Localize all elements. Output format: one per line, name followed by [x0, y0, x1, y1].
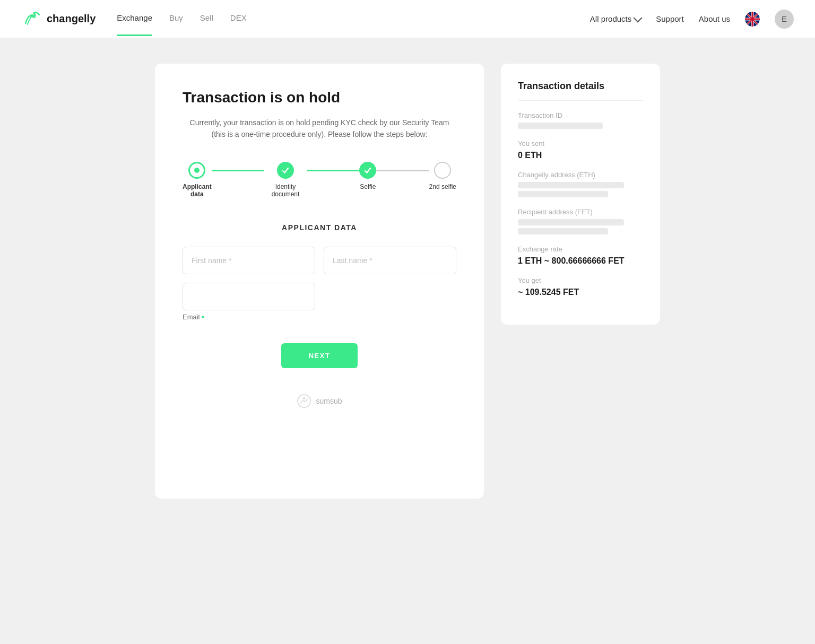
logo-label: changelly — [47, 13, 96, 25]
step-identity-document: Identity document — [264, 162, 307, 198]
svg-point-1 — [30, 14, 33, 18]
recipient-address-group: Recipient address (FET) — [518, 208, 643, 234]
progress-steps: Applicantdata Identity document — [183, 162, 456, 198]
name-row — [183, 247, 456, 274]
about-link[interactable]: About us — [699, 14, 730, 23]
nav-dex[interactable]: DEX — [230, 13, 247, 24]
recipient-address-line-2 — [518, 228, 608, 234]
recipient-address-line-1 — [518, 219, 624, 225]
step-2-label: Identity document — [264, 183, 307, 198]
details-title: Transaction details — [518, 81, 643, 101]
step-3-label: Selfie — [360, 183, 376, 190]
step-line-3 — [376, 170, 429, 171]
card-description: Currently, your transaction is on hold p… — [183, 117, 456, 141]
last-name-input[interactable] — [324, 247, 456, 274]
exchange-rate-label: Exchange rate — [518, 245, 643, 253]
chevron-down-icon — [634, 13, 643, 22]
nav-sell[interactable]: Sell — [200, 13, 213, 24]
sumsub-logo-icon — [297, 394, 311, 408]
svg-line-15 — [367, 168, 371, 173]
sumsub-branding: sumsub — [183, 394, 456, 408]
main-nav: Exchange Buy Sell DEX — [117, 13, 590, 24]
nav-exchange[interactable]: Exchange — [117, 13, 152, 24]
logo[interactable]: changelly — [21, 8, 96, 30]
step-3-circle — [359, 162, 376, 179]
transaction-card: Transaction is on hold Currently, your t… — [155, 64, 484, 499]
you-sent-group: You sent 0 ETH — [518, 140, 643, 160]
changelly-address-label: Changelly address (ETH) — [518, 171, 643, 179]
check-icon — [282, 167, 289, 174]
header: changelly Exchange Buy Sell DEX All prod… — [0, 0, 815, 38]
you-get-label: You get — [518, 276, 643, 284]
required-indicator: • — [202, 312, 205, 322]
step-line-2 — [307, 170, 359, 171]
all-products-label: All products — [590, 14, 631, 23]
all-products-dropdown[interactable]: All products — [590, 14, 641, 23]
check-icon-2 — [364, 167, 371, 174]
svg-point-11 — [745, 12, 760, 27]
header-right: All products Support About us E — [590, 10, 794, 29]
step-2-circle — [277, 162, 294, 179]
sumsub-label: sumsub — [316, 397, 342, 405]
you-get-group: You get ~ 109.5245 FET — [518, 276, 643, 297]
you-get-value: ~ 109.5245 FET — [518, 288, 643, 297]
email-label: Email • — [183, 312, 456, 322]
step-selfie: Selfie — [359, 162, 376, 190]
email-wrapper — [183, 283, 456, 310]
transaction-id-value-blurred — [518, 123, 603, 129]
step-line-1 — [212, 170, 264, 171]
support-link[interactable]: Support — [656, 14, 684, 23]
changelly-address-line-2 — [518, 191, 608, 197]
svg-point-0 — [21, 8, 42, 30]
changelly-address-group: Changelly address (ETH) — [518, 171, 643, 197]
form-section-title: APPLICANT DATA — [183, 223, 456, 232]
details-card: Transaction details Transaction ID You s… — [501, 64, 660, 325]
first-name-input[interactable] — [183, 247, 315, 274]
email-input[interactable] — [183, 283, 315, 310]
main-content: Transaction is on hold Currently, your t… — [0, 38, 815, 524]
exchange-rate-value: 1 ETH ~ 800.66666666 FET — [518, 256, 643, 266]
logo-icon — [21, 8, 42, 30]
page-title: Transaction is on hold — [183, 89, 456, 106]
svg-point-17 — [303, 397, 305, 399]
transaction-id-group: Transaction ID — [518, 111, 643, 129]
transaction-id-label: Transaction ID — [518, 111, 643, 119]
step-4-circle — [434, 162, 451, 179]
svg-line-13 — [284, 168, 288, 173]
step-applicant-data: Applicantdata — [183, 162, 212, 198]
step-1-label: Applicantdata — [183, 183, 212, 198]
step-1-dot — [194, 168, 200, 173]
step-1-circle — [188, 162, 205, 179]
step-4-label: 2nd selfie — [429, 183, 456, 190]
changelly-address-line-1 — [518, 182, 624, 188]
next-button[interactable]: NEXT — [281, 343, 358, 368]
language-flag-icon[interactable] — [745, 12, 760, 27]
you-sent-label: You sent — [518, 140, 643, 147]
step-2nd-selfie: 2nd selfie — [429, 162, 456, 190]
exchange-rate-group: Exchange rate 1 ETH ~ 800.66666666 FET — [518, 245, 643, 266]
recipient-address-label: Recipient address (FET) — [518, 208, 643, 216]
nav-buy[interactable]: Buy — [169, 13, 183, 24]
user-avatar[interactable]: E — [775, 10, 794, 29]
you-sent-value: 0 ETH — [518, 151, 643, 160]
